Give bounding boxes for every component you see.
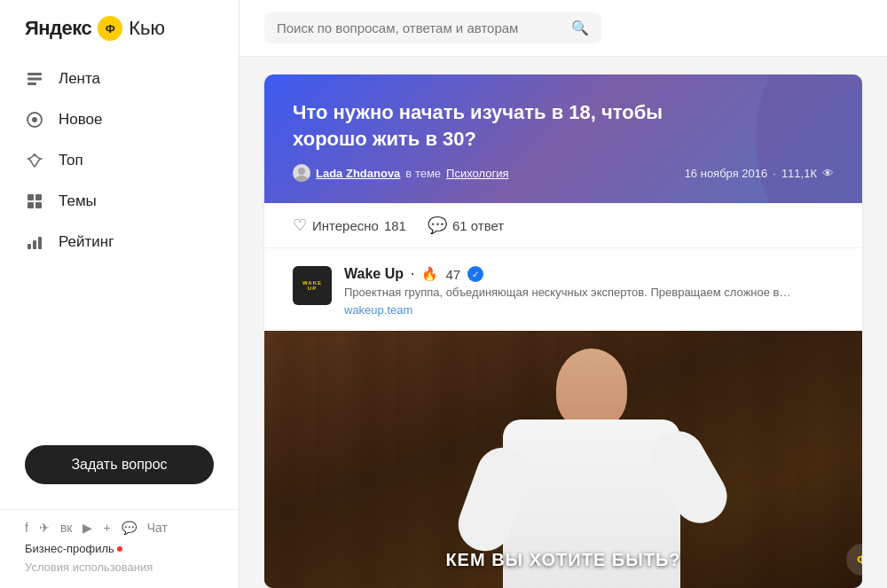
video-thumbnail[interactable]: КЕМ ВЫ ХОТИТЕ БЫТЬ? Ф <box>264 331 862 588</box>
sidebar-item-themes-label: Темы <box>59 192 97 210</box>
sidebar-item-feed[interactable]: Лента <box>0 59 239 99</box>
svg-rect-10 <box>33 240 36 249</box>
comment-icon: 💬 <box>428 216 447 235</box>
svg-rect-9 <box>27 244 31 249</box>
chat-icon: 💬 <box>122 521 137 535</box>
answers-label: 61 ответ <box>452 218 504 233</box>
question-meta: Lada Zhdanova в теме Психология 16 ноябр… <box>293 164 834 182</box>
svg-rect-7 <box>27 202 34 208</box>
question-views: 111,1К <box>781 167 817 180</box>
sidebar-item-rating[interactable]: Рейтинг <box>0 222 239 263</box>
svg-rect-5 <box>27 194 34 200</box>
new-icon <box>25 110 44 129</box>
question-title: Что нужно начать изучать в 18, чтобы хор… <box>293 99 736 152</box>
sidebar-item-rating-label: Рейтинг <box>59 233 114 251</box>
telegram-link[interactable]: ✈ <box>39 521 50 535</box>
question-banner: Что нужно начать изучать в 18, чтобы хор… <box>264 74 862 203</box>
svg-rect-1 <box>27 78 42 81</box>
ask-question-button[interactable]: Задать вопрос <box>25 445 214 484</box>
chat-link[interactable]: Чат <box>147 521 168 535</box>
themes-icon <box>25 192 44 211</box>
svg-rect-11 <box>38 237 42 249</box>
sidebar-item-top-label: Топ <box>59 152 83 169</box>
author-info: Lada Zhdanova в теме Психология <box>293 164 509 182</box>
answerer: WAKE UP Wake Up · 🔥 47 ✓ Пр <box>293 266 834 318</box>
search-bar[interactable]: 🔍 <box>264 12 601 43</box>
plus-link[interactable]: + <box>103 521 110 535</box>
sidebar-footer: f ✈ вк ▶ + 💬 Чат Бизнес-профиль Условия … <box>0 509 239 588</box>
score: 47 <box>445 267 460 282</box>
sidebar-nav: Лента Новое Топ <box>0 59 239 429</box>
terms-link[interactable]: Условия использования <box>25 561 153 574</box>
rating-icon <box>25 232 44 252</box>
biz-dot <box>117 546 122 552</box>
question-card: Что нужно начать изучать в 18, чтобы хор… <box>264 74 862 588</box>
views-icon: 👁 <box>822 167 834 180</box>
question-stats: 16 ноября 2016 · 111,1К 👁 <box>685 167 834 180</box>
interesting-count: 181 <box>384 218 406 233</box>
social-links: f ✈ вк ▶ + 💬 Чат <box>25 521 214 535</box>
stats-bar: ♡ Интересно 181 💬 61 ответ <box>264 203 862 248</box>
answers-stat[interactable]: 💬 61 ответ <box>428 216 504 235</box>
answer-area: WAKE UP Wake Up · 🔥 47 ✓ Пр <box>264 248 862 318</box>
answerer-desc: Проектная группа, объединяющая нескучных… <box>344 284 834 318</box>
author-theme-prefix: в теме <box>405 167 441 180</box>
main-header: 🔍 <box>239 0 887 57</box>
main-content: 🔍 Что нужно начать изучать в 18, чтобы х… <box>239 0 887 588</box>
svg-rect-8 <box>35 202 42 208</box>
flame-icon: 🔥 <box>421 266 438 282</box>
video-container[interactable]: КЕМ ВЫ ХОТИТЕ БЫТЬ? Ф <box>264 331 862 588</box>
dot-separator: · <box>411 266 414 282</box>
svg-point-13 <box>295 176 308 182</box>
question-date: 16 ноября 2016 <box>685 167 768 180</box>
facebook-link[interactable]: f <box>25 521 28 535</box>
svg-point-12 <box>298 168 305 175</box>
search-input[interactable] <box>277 20 564 35</box>
answerer-info: Wake Up · 🔥 47 ✓ Проектная группа, объед… <box>344 266 834 318</box>
sidebar-item-new[interactable]: Новое <box>0 99 239 140</box>
biz-profile-link[interactable]: Бизнес-профиль <box>25 542 122 555</box>
answerer-name: Wake Up <box>344 266 404 282</box>
search-icon: 🔍 <box>571 20 589 36</box>
interesting-stat[interactable]: ♡ Интересно 181 <box>293 216 406 235</box>
vk-link[interactable]: вк <box>60 521 73 535</box>
svg-rect-6 <box>35 194 42 200</box>
sidebar: Яндекс Ф Кью Лента Новое <box>0 0 239 588</box>
theme-tag[interactable]: Психология <box>446 167 508 180</box>
logo-yandex-text: Яндекс <box>25 17 91 40</box>
logo-icon: Ф <box>98 16 122 41</box>
verified-badge: ✓ <box>467 266 483 282</box>
logo-q-text: Кью <box>129 17 165 40</box>
content-area: Что нужно начать изучать в 18, чтобы хор… <box>239 57 887 588</box>
sidebar-item-top[interactable]: Топ <box>0 140 239 181</box>
interesting-label: Интересно <box>312 218 379 233</box>
avatar <box>293 164 310 182</box>
feed-icon <box>25 69 44 89</box>
svg-rect-2 <box>27 82 36 85</box>
heart-icon: ♡ <box>293 216 307 235</box>
sidebar-item-new-label: Новое <box>59 111 102 129</box>
top-icon <box>25 151 44 170</box>
sidebar-item-themes[interactable]: Темы <box>0 181 239 222</box>
author-name[interactable]: Lada Zhdanova <box>316 167 400 180</box>
answerer-site-link[interactable]: wakeup.team <box>344 303 412 317</box>
svg-rect-0 <box>27 73 42 75</box>
sidebar-item-feed-label: Лента <box>59 70 100 88</box>
footer-bottom: Бизнес-профиль Условия использования <box>25 542 214 574</box>
answerer-name-row: Wake Up · 🔥 47 ✓ <box>344 266 834 282</box>
logo: Яндекс Ф Кью <box>0 0 239 50</box>
answerer-avatar: WAKE UP <box>293 266 332 305</box>
youtube-link[interactable]: ▶ <box>82 521 92 535</box>
svg-point-4 <box>32 117 37 122</box>
video-overlay-text: КЕМ ВЫ ХОТИТЕ БЫТЬ? <box>445 550 680 570</box>
